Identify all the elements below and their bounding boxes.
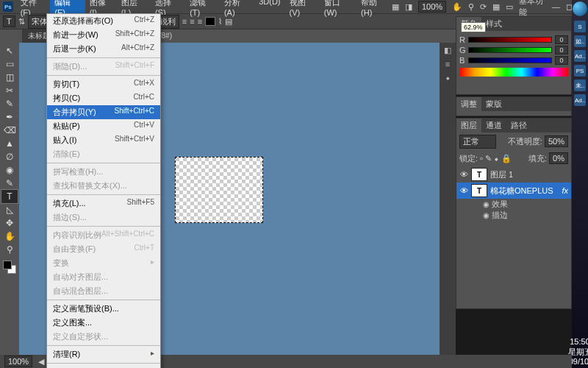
panel-dock: ◧ ≡ ⬥ [440,43,456,355]
menu-entry[interactable]: 粘贴(P)Ctrl+V [47,119,160,133]
view-icon[interactable]: ▦ [492,2,500,12]
panel-tab[interactable]: 蒙版 [481,97,506,111]
layer-effect[interactable]: ◉ 效果 [456,199,571,210]
menu-entry: 自动对齐图层... [47,270,160,284]
g-value[interactable]: 0 [555,46,568,54]
rotate-icon[interactable]: ⟳ [480,2,487,12]
blend-mode[interactable]: 正常 [459,135,496,149]
taskbar-item[interactable]: PS [574,65,586,77]
tool-button[interactable]: ⚲ [1,243,18,256]
menu-item[interactable]: 滤镜(T) [185,0,220,18]
fx-badge[interactable]: fx [562,186,568,195]
zoom-field[interactable]: 100% [418,1,446,13]
menu-entry[interactable]: 贴入(I)Shift+Ctrl+V [47,133,160,147]
status-zoom[interactable]: 100% [4,355,32,367]
zoom-icon[interactable]: ⚲ [468,2,474,12]
menu-entry[interactable]: 剪切(T)Ctrl+X [47,77,160,91]
tool-button[interactable]: ◫ [1,71,18,84]
panel-tab[interactable]: 路径 [506,118,531,132]
tool-button[interactable]: ✒ [1,110,18,124]
menu-entry[interactable]: 清理(R)▸ [47,347,160,361]
visibility-icon[interactable]: 👁 [459,186,468,195]
menu-entry[interactable]: 定义画笔预设(B)... [47,302,160,316]
tool-button[interactable]: ⌫ [1,124,18,137]
toolbar-icon[interactable]: ◨ [405,2,412,12]
dock-icon[interactable]: ⬥ [445,73,451,82]
menu-entry[interactable]: 合并拷贝(Y)Shift+Ctrl+C [47,105,160,119]
minimize-icon[interactable]: — [552,2,560,11]
menu-entry[interactable]: 后退一步(K)Alt+Ctrl+Z [47,42,160,56]
tool-button[interactable]: ▭ [1,57,18,71]
hand-icon[interactable]: ✋ [452,2,462,12]
warp-icon[interactable]: ⌇ [218,17,222,26]
r-slider[interactable] [468,37,552,43]
color-ramp[interactable] [459,68,568,77]
menu-entry[interactable]: 前进一步(W)Shift+Ctrl+Z [47,28,160,42]
panel-tab[interactable]: 调整 [456,97,481,111]
char-panel-icon[interactable]: ▤ [225,17,232,26]
layer-thumb: T [471,168,487,181]
taskbar-item[interactable]: S [574,21,586,32]
layer-row[interactable]: 👁 T 图层 1 [456,166,571,183]
tool-button[interactable]: ◺ [1,203,18,216]
menu-entry[interactable]: 还原选择画布(O)Ctrl+Z [47,14,160,28]
layer-name: 棉花糖ONEPLUS [490,185,553,197]
layer-effect[interactable]: ◉ 描边 [456,210,571,221]
dock-icon[interactable]: ◧ [444,46,451,55]
edit-menu-dropdown: 还原选择画布(O)Ctrl+Z前进一步(W)Shift+Ctrl+Z后退一步(K… [46,13,161,368]
tool-button[interactable]: ∅ [1,150,18,163]
tool-button[interactable]: ▲ [1,137,18,150]
tool-button[interactable]: ✥ [1,216,18,230]
menu-entry: 变换▸ [47,256,160,270]
fill-field[interactable]: 0% [549,152,568,164]
tool-button[interactable]: ◉ [1,163,18,177]
menu-item[interactable]: 视图(V) [285,0,320,18]
tool-button[interactable]: ✎ [1,177,18,190]
menubar-right: ▦ ◨ 100% ✋ ⚲ ⟳ ▦ ▭ 基本功能 — ◻ ✕ [392,0,585,18]
tool-button[interactable]: ↖ [1,44,18,57]
orient-icon[interactable]: ⇅ [18,17,25,26]
tool-button[interactable]: T [1,190,18,203]
b-value[interactable]: 0 [555,56,568,65]
toolbar-icon[interactable]: ▦ [392,2,399,12]
tool-button[interactable]: ✎ [1,97,18,110]
tool-preset[interactable]: T [3,15,15,27]
taskbar-item[interactable]: Ad.. [574,94,586,106]
menu-entry[interactable]: Adobe PDF 预设... [47,365,160,368]
menu-entry[interactable]: 定义图案... [47,316,160,330]
tooltip: 62.9% [461,22,486,32]
menu-entry: 拼写检查(H)... [47,165,160,179]
panel-tab[interactable]: 通道 [481,118,506,132]
menu-entry: 清除(E) [47,147,160,161]
r-value[interactable]: 0 [555,35,568,44]
visibility-icon[interactable]: 👁 [459,170,468,179]
menu-entry: 查找和替换文本(X)... [47,179,160,193]
g-slider[interactable] [468,47,552,53]
panel-tab[interactable]: 图层 [456,118,481,132]
opacity-field[interactable]: 50% [545,135,568,147]
menu-item[interactable]: 帮助(H) [356,0,392,18]
screen-icon[interactable]: ▭ [506,2,513,12]
align-right-icon[interactable]: ≡ [198,17,202,26]
b-slider[interactable] [468,57,552,63]
tool-button[interactable]: ✂ [1,84,18,97]
dock-icon[interactable]: ≡ [445,60,450,68]
align-left-icon[interactable]: ≡ [182,17,187,26]
color-swatches[interactable] [3,261,16,274]
menu-item[interactable]: 窗口(W) [320,0,356,18]
menu-item[interactable]: 3D(D) [254,0,284,18]
text-color[interactable] [205,17,215,26]
menu-entry[interactable]: 填充(L)...Shift+F5 [47,197,160,210]
taskbar-item[interactable]: 如.. [574,35,586,47]
start-button[interactable] [573,1,587,16]
taskbar-item[interactable]: Ad.. [574,50,586,62]
align-center-icon[interactable]: ≡ [190,17,194,26]
menu-item[interactable]: 分析(A) [220,0,254,18]
layer-name: 图层 1 [490,169,513,180]
tool-button[interactable]: ✋ [1,230,18,243]
menu-entry[interactable]: 拷贝(C)Ctrl+C [47,91,160,105]
workspace-label[interactable]: 基本功能 [519,0,546,18]
menu-entry: 描边(S)... [47,210,160,224]
taskbar-item[interactable]: 未.. [574,79,586,91]
layer-row[interactable]: 👁 T 棉花糖ONEPLUS fx [456,183,571,199]
